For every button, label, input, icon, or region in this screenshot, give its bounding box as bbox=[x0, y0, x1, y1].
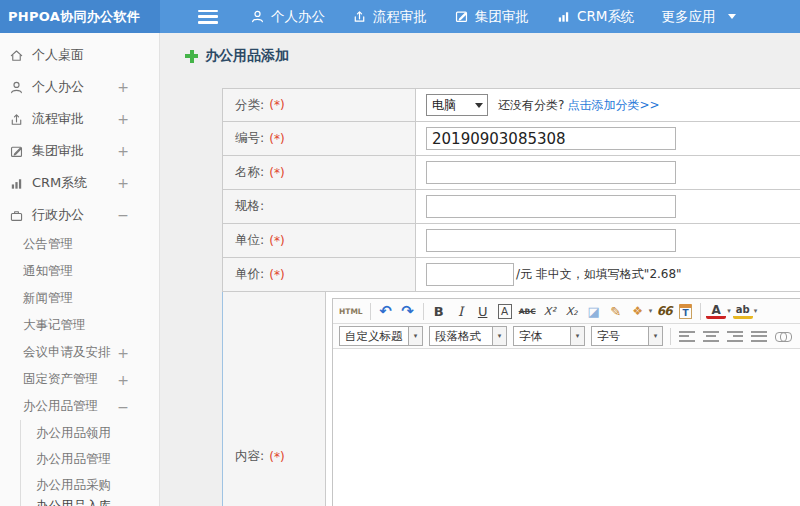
html-source-button[interactable]: HTML bbox=[337, 301, 365, 322]
category-select[interactable]: 电脑 bbox=[426, 94, 488, 116]
font-size-select[interactable]: 字号 ▾ bbox=[591, 326, 663, 346]
category-hint: 还没有分类? bbox=[498, 97, 564, 114]
top-navbar: PHPOA协同办公软件 个人办公 流程审批 集团审批 CRM系统 bbox=[0, 0, 800, 33]
link-icon[interactable] bbox=[775, 330, 792, 342]
paragraph-format-select[interactable]: 段落格式 ▾ bbox=[429, 326, 507, 346]
office-supplies-submenu: 办公用品领用 办公用品管理 办公用品采购 办公用品入库 bbox=[20, 420, 159, 506]
sidebar-item-admin-office[interactable]: 行政办公 − bbox=[0, 199, 159, 231]
sidebar-item-workflow-approval[interactable]: 流程审批 + bbox=[0, 103, 159, 135]
strikethrough-button[interactable]: ABC bbox=[517, 301, 538, 322]
nav-item-personal-office[interactable]: 个人办公 bbox=[250, 8, 325, 26]
edit-icon bbox=[454, 9, 469, 24]
nav-item-label: 流程审批 bbox=[373, 8, 427, 26]
price-input[interactable] bbox=[426, 263, 514, 286]
nav-item-more-apps[interactable]: 更多应用 bbox=[661, 8, 736, 26]
spec-input[interactable] bbox=[426, 195, 676, 218]
sidebar-item-crm[interactable]: CRM系统 + bbox=[0, 167, 159, 199]
sidebar-subitem-announcements[interactable]: 公告管理 bbox=[0, 231, 159, 258]
eraser-icon[interactable]: ◪ bbox=[584, 301, 604, 322]
name-input[interactable] bbox=[426, 161, 676, 184]
underline-button[interactable]: U bbox=[473, 301, 493, 322]
sidebar-item-group-approval[interactable]: 集团审批 + bbox=[0, 135, 159, 167]
admin-office-submenu: 公告管理 通知管理 新闻管理 大事记管理 会议申请及安排 + 固定资产管理 + … bbox=[0, 231, 159, 506]
required-marker: (*) bbox=[269, 98, 284, 112]
name-label: 名称: bbox=[235, 164, 264, 181]
required-marker: (*) bbox=[269, 166, 284, 180]
char-border-button[interactable]: A bbox=[498, 304, 512, 319]
custom-heading-select[interactable]: 自定义标题 ▾ bbox=[339, 326, 423, 346]
add-plus-icon bbox=[185, 50, 198, 63]
sidebar-subitem-supplies-management[interactable]: 办公用品管理 bbox=[21, 446, 159, 472]
nav-item-crm[interactable]: CRM系统 bbox=[556, 8, 634, 26]
sidebar-item-label: 集团审批 bbox=[32, 142, 84, 160]
expand-plus-icon: + bbox=[117, 373, 129, 387]
italic-button[interactable]: I bbox=[451, 301, 471, 322]
redo-icon[interactable]: ↷ bbox=[398, 301, 418, 322]
expand-plus-icon: + bbox=[117, 80, 129, 94]
form-row-spec: 规格: bbox=[222, 190, 800, 224]
sidebar-item-desktop[interactable]: 个人桌面 bbox=[0, 39, 159, 71]
highlight-color-button[interactable]: ab bbox=[733, 303, 753, 319]
select-caret-icon: ▾ bbox=[408, 327, 422, 345]
code-input[interactable] bbox=[426, 127, 676, 150]
nav-item-group-approval[interactable]: 集团审批 bbox=[454, 8, 529, 26]
sidebar-subitem-meetings[interactable]: 会议申请及安排 + bbox=[0, 339, 159, 366]
sidebar-subitem-office-supplies[interactable]: 办公用品管理 − bbox=[0, 393, 159, 420]
expand-plus-icon: + bbox=[117, 144, 129, 158]
page-title: 办公用品添加 bbox=[185, 47, 289, 65]
sidebar-subitem-fixed-assets[interactable]: 固定资产管理 + bbox=[0, 366, 159, 393]
dropdown-caret-icon: ▾ bbox=[649, 307, 653, 315]
collapse-minus-icon: − bbox=[117, 400, 129, 414]
superscript-button[interactable]: X² bbox=[540, 301, 560, 322]
form-row-code: 编号: (*) bbox=[222, 122, 800, 156]
sidebar-item-label: CRM系统 bbox=[32, 174, 87, 192]
sidebar-item-personal-office[interactable]: 个人办公 + bbox=[0, 71, 159, 103]
sidebar-subitem-notices[interactable]: 通知管理 bbox=[0, 258, 159, 285]
content-label: 内容: bbox=[235, 448, 264, 465]
sidebar-subitem-news[interactable]: 新闻管理 bbox=[0, 285, 159, 312]
form-row-name: 名称: (*) bbox=[222, 156, 800, 190]
paste-clipboard-icon[interactable]: T bbox=[679, 304, 692, 319]
blockquote-button[interactable]: 66 bbox=[654, 301, 674, 322]
bar-chart-icon bbox=[556, 9, 571, 24]
form-row-unit: 单位: (*) bbox=[222, 224, 800, 258]
font-family-select[interactable]: 字体 ▾ bbox=[513, 326, 585, 346]
editor-content-area[interactable] bbox=[333, 349, 800, 506]
unit-input[interactable] bbox=[426, 229, 676, 252]
form-row-category: 分类: (*) 电脑 还没有分类? 点击添加分类>> bbox=[222, 88, 800, 122]
align-justify-icon[interactable] bbox=[751, 330, 767, 343]
submit-arrow-icon bbox=[352, 9, 367, 24]
sidebar-subitem-supplies-inbound-partial[interactable]: 办公用品入库 bbox=[21, 498, 159, 506]
expand-plus-icon: + bbox=[117, 112, 129, 126]
subscript-button[interactable]: X₂ bbox=[562, 301, 582, 322]
font-color-button[interactable]: A bbox=[706, 303, 726, 319]
main-content: 办公用品添加 分类: (*) 电脑 还没有分类? 点击添加分类>> 编号: (*… bbox=[160, 33, 800, 506]
hamburger-menu-icon[interactable] bbox=[198, 10, 218, 24]
dropdown-caret-icon: ▾ bbox=[727, 307, 731, 315]
brush-icon[interactable]: ✎ bbox=[606, 301, 626, 322]
form-row-content: 内容: (*) HTML ↶ ↷ B I U A ABC bbox=[222, 292, 800, 506]
unit-label: 单位: bbox=[235, 232, 264, 249]
align-right-icon[interactable] bbox=[727, 330, 743, 343]
sidebar-subitem-supplies-requisition[interactable]: 办公用品领用 bbox=[21, 420, 159, 446]
undo-icon[interactable]: ↶ bbox=[376, 301, 396, 322]
add-supply-form: 分类: (*) 电脑 还没有分类? 点击添加分类>> 编号: (*) bbox=[222, 88, 800, 506]
rich-text-editor: HTML ↶ ↷ B I U A ABC X² X₂ ◪ ✎ bbox=[332, 298, 800, 506]
align-left-icon[interactable] bbox=[679, 330, 695, 343]
app-logo[interactable]: PHPOA协同办公软件 bbox=[0, 0, 160, 33]
bold-button[interactable]: B bbox=[429, 301, 449, 322]
select-caret-icon: ▾ bbox=[492, 327, 506, 345]
sidebar-subitem-memorabilia[interactable]: 大事记管理 bbox=[0, 312, 159, 339]
align-center-icon[interactable] bbox=[703, 330, 719, 343]
caret-down-icon bbox=[728, 14, 736, 19]
add-category-link[interactable]: 点击添加分类>> bbox=[567, 97, 659, 114]
required-marker: (*) bbox=[269, 132, 284, 146]
price-format-hint: /元 非中文，如填写格式"2.68" bbox=[516, 266, 682, 283]
code-label: 编号: bbox=[235, 130, 264, 147]
nav-item-workflow-approval[interactable]: 流程审批 bbox=[352, 8, 427, 26]
sidebar-subitem-supplies-purchase[interactable]: 办公用品采购 bbox=[21, 472, 159, 498]
nav-item-label: 更多应用 bbox=[661, 8, 715, 26]
format-painter-icon[interactable]: ❖ bbox=[628, 301, 648, 322]
sidebar-item-label: 个人办公 bbox=[32, 78, 84, 96]
required-marker: (*) bbox=[269, 268, 284, 282]
